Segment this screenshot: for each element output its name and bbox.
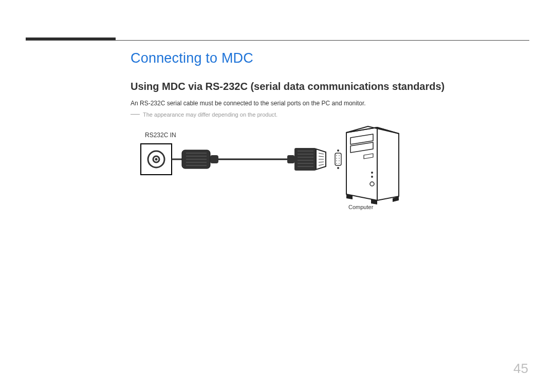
svg-point-36: [339, 163, 340, 164]
note-dash-icon: [131, 114, 140, 115]
svg-rect-12: [210, 155, 218, 163]
svg-point-34: [339, 160, 340, 161]
header-divider: [26, 40, 529, 41]
document-page: Connecting to MDC Using MDC via RS-232C …: [0, 0, 555, 392]
note-content: The appearance may differ depending on t…: [143, 111, 278, 118]
body-paragraph: An RS-232C serial cable must be connecte…: [131, 100, 366, 107]
svg-point-3: [155, 158, 158, 161]
svg-point-32: [339, 158, 340, 159]
svg-point-30: [339, 155, 340, 156]
jack-plug-icon: [172, 150, 218, 169]
svg-point-27: [337, 150, 339, 152]
section-title: Connecting to MDC: [131, 50, 253, 66]
svg-point-33: [336, 160, 337, 161]
note-text: The appearance may differ depending on t…: [131, 111, 278, 118]
page-number: 45: [513, 361, 528, 377]
pc-serial-port-icon: [335, 150, 341, 169]
svg-rect-13: [287, 155, 294, 163]
connection-diagram: RS232C IN: [131, 123, 418, 216]
svg-rect-14: [294, 148, 316, 171]
svg-point-39: [371, 176, 373, 178]
rs232c-port-icon: [141, 144, 172, 175]
svg-rect-28: [335, 153, 341, 165]
port-label: RS232C IN: [145, 132, 176, 139]
svg-point-37: [337, 167, 339, 169]
subsection-title: Using MDC via RS-232C (serial data commu…: [131, 81, 445, 92]
svg-point-29: [336, 155, 337, 156]
svg-point-31: [336, 158, 337, 159]
db9-connector-icon: [287, 148, 326, 171]
computer-label: Computer: [348, 204, 373, 210]
svg-point-40: [371, 172, 373, 174]
svg-point-35: [336, 163, 337, 164]
computer-tower-icon: [346, 126, 399, 204]
